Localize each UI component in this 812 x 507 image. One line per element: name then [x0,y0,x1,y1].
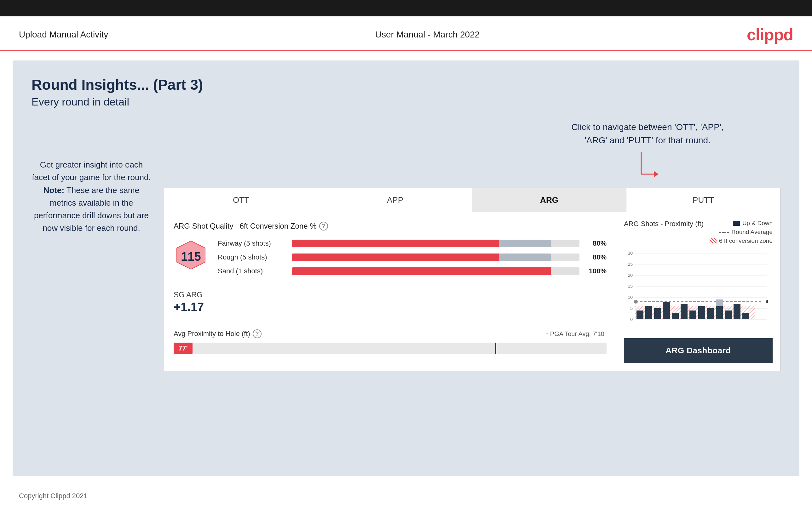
svg-text:5: 5 [630,306,633,311]
svg-rect-34 [725,311,732,319]
upload-label[interactable]: Upload Manual Activity [19,30,108,40]
hexagon-score: 115 [173,239,208,274]
conversion-label: 6ft Conversion Zone % ? [240,222,328,230]
left-panel: ARG Shot Quality 6ft Conversion Zone % ? [164,212,616,371]
legend-label-updown: Up & Down [742,220,773,227]
svg-rect-27 [672,313,679,319]
svg-rect-23 [637,311,644,319]
svg-rect-35 [733,304,741,319]
bar-track-1 [292,253,579,261]
page-title: Round Insights... (Part 3) [32,76,780,93]
bar-fill-gray-0 [499,240,551,247]
legend-hatched-conversion [710,238,716,243]
copyright: Copyright Clippd 2021 [19,492,88,500]
svg-text:15: 15 [628,284,633,289]
svg-text:8: 8 [766,299,768,304]
proximity-bar-fill: 77' [173,343,193,354]
help-icon[interactable]: ? [319,222,328,230]
svg-rect-33 [716,306,723,319]
bar-row-2: Sand (1 shots) 100% [218,267,607,275]
annotation-text: Click to navigate between 'OTT', 'APP', … [571,121,724,147]
bar-row-1: Rough (5 shots) 80% [218,253,607,261]
legend-label-conversion: 6 ft conversion zone [719,237,773,244]
svg-text:25: 25 [628,262,633,267]
center-label: User Manual - March 2022 [375,30,479,40]
shot-bars: Fairway (5 shots) 80% Rough (5 shots) 80… [218,239,607,281]
bar-track-2 [292,267,579,275]
svg-marker-2 [654,171,659,177]
svg-rect-28 [680,304,688,319]
bar-pct-1: 80% [585,253,607,261]
legend-item-avg: Round Average [719,229,773,235]
main-card: ARG Shot Quality 6ft Conversion Zone % ? [164,212,780,371]
svg-rect-30 [698,306,705,319]
svg-text:0: 0 [630,317,633,322]
bar-pct-0: 80% [585,239,607,247]
legend-label-avg: Round Average [731,229,773,235]
svg-rect-31 [707,308,714,319]
bar-fill-pink-1 [292,253,499,261]
panel-header: ARG Shot Quality 6ft Conversion Zone % ? [173,222,607,230]
pga-avg: ↑ PGA Tour Avg: 7'10" [545,330,607,338]
sg-label: SG ARG [173,290,607,299]
proximity-help-icon[interactable]: ? [253,329,261,338]
legend-dashed-avg [719,232,729,233]
bar-fill-pink-0 [292,240,499,247]
svg-rect-36 [742,313,749,319]
svg-rect-29 [690,311,696,319]
score-section: 115 Fairway (5 shots) 80% Rough (5 shots… [173,239,607,281]
proximity-bar-track: 77' [173,343,607,354]
bar-fill-pink-2 [292,267,551,275]
proximity-section: Avg Proximity to Hole (ft) ? ↑ PGA Tour … [173,323,607,354]
hexagon-container: 115 [173,239,208,274]
sidebar-main-text: Get greater insight into each facet of y… [32,160,151,182]
logo: clippd [747,25,793,44]
main-content: Round Insights... (Part 3) Every round i… [13,60,799,476]
content-layout: Get greater insight into each facet of y… [32,121,780,371]
hex-value: 115 [181,250,201,264]
chart-area: 30 25 20 15 10 5 0 [624,250,773,333]
tab-putt[interactable]: PUTT [626,188,780,212]
svg-text:10: 10 [628,295,633,300]
tab-ott[interactable]: OTT [164,188,318,212]
svg-text:20: 20 [628,273,633,278]
bar-track-0 [292,240,579,247]
svg-rect-25 [654,308,661,319]
footer: Copyright Clippd 2021 [0,486,812,506]
card-area: Click to navigate between 'OTT', 'APP', … [164,121,780,371]
bar-label-2: Sand (1 shots) [218,267,287,275]
bar-fill-gray-1 [499,253,551,261]
header: Upload Manual Activity User Manual - Mar… [0,16,812,51]
chart-svg: 30 25 20 15 10 5 0 [624,250,775,332]
page-subtitle: Every round in detail [32,96,780,108]
sg-value: +1.17 [173,300,607,314]
tab-arg[interactable]: ARG [472,188,626,212]
proximity-header: Avg Proximity to Hole (ft) ? ↑ PGA Tour … [173,329,607,338]
legend-item-updown: Up & Down [733,220,773,227]
panel-title: ARG Shot Quality [173,222,233,230]
bar-label-0: Fairway (5 shots) [218,239,287,247]
legend-item-conversion: 6 ft conversion zone [710,237,773,244]
proximity-cursor [495,343,496,354]
right-panel: ARG Shots - Proximity (ft) Up & Down Rou… [616,212,780,371]
bar-label-1: Rough (5 shots) [218,253,287,261]
top-bar [0,0,812,16]
svg-text:30: 30 [628,251,633,256]
nav-annotation: Click to navigate between 'OTT', 'APP', … [571,121,724,185]
chart-header: ARG Shots - Proximity (ft) Up & Down Rou… [624,220,773,244]
annotation-arrow [635,152,660,184]
svg-rect-26 [663,302,670,319]
legend-box-updown [733,221,740,226]
bar-pct-2: 100% [585,267,607,275]
sg-section: SG ARG +1.17 [173,290,607,314]
sidebar-text: Get greater insight into each facet of y… [32,121,151,235]
sidebar-note-label: Note: [44,185,64,195]
tabs-container: OTT APP ARG PUTT [164,188,780,212]
svg-rect-24 [645,306,652,319]
proximity-title: Avg Proximity to Hole (ft) ? [173,329,261,338]
chart-title: ARG Shots - Proximity (ft) [624,220,704,228]
arg-dashboard-button[interactable]: ARG Dashboard [624,338,773,363]
bar-row-0: Fairway (5 shots) 80% [218,239,607,247]
chart-legend: Up & Down Round Average 6 ft conversion … [710,220,773,244]
tab-app[interactable]: APP [318,188,472,212]
